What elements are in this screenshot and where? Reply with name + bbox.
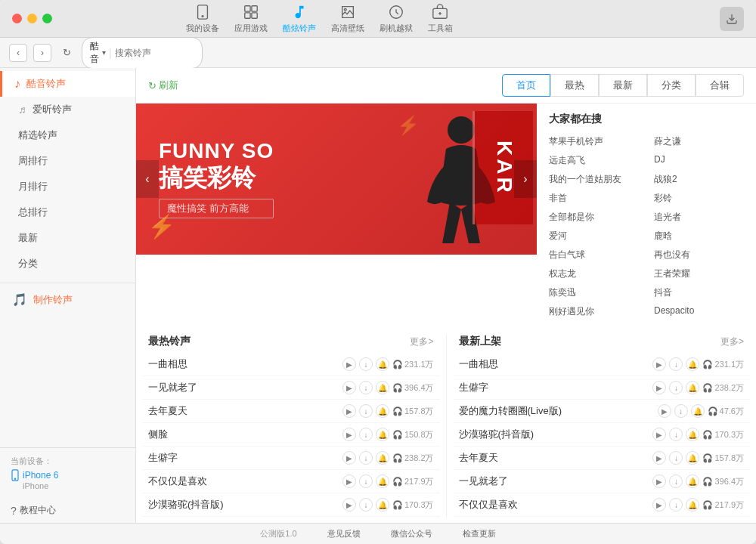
download-icon-5[interactable]: ↓: [359, 474, 373, 488]
dropdown-arrow-icon[interactable]: ▾: [102, 48, 106, 57]
sidebar-item-jingxuan[interactable]: 精选铃声: [0, 122, 135, 148]
new-play-icon-4[interactable]: ▶: [652, 451, 666, 465]
trending-item-7[interactable]: 彩铃: [654, 190, 744, 206]
download-icon-3[interactable]: ↓: [359, 428, 373, 441]
new-download-icon-5[interactable]: ↓: [669, 474, 683, 488]
new-bell-icon-2[interactable]: 🔔: [691, 404, 705, 418]
trending-item-9[interactable]: 追光者: [654, 209, 744, 225]
new-bell-icon-3[interactable]: 🔔: [686, 428, 699, 441]
new-bell-icon-0[interactable]: 🔔: [686, 357, 699, 371]
back-button[interactable]: ‹: [9, 44, 27, 62]
new-play-icon-3[interactable]: ▶: [652, 428, 666, 441]
minimize-button[interactable]: [27, 14, 37, 23]
new-download-icon-0[interactable]: ↓: [669, 357, 683, 371]
sidebar-item-zuixin[interactable]: 最新: [0, 225, 135, 251]
sidebar-make-ringtone[interactable]: 🎵 制作铃声: [0, 286, 135, 313]
download-icon-0[interactable]: ↓: [359, 357, 373, 371]
play-icon-0[interactable]: ▶: [342, 357, 356, 371]
new-bell-icon-1[interactable]: 🔔: [686, 381, 699, 394]
download-icon-1[interactable]: ↓: [359, 381, 373, 394]
banner-next-button[interactable]: ›: [514, 160, 537, 198]
sidebar-item-kuyin[interactable]: ♪ 酷音铃声: [0, 71, 135, 97]
new-play-icon-6[interactable]: ▶: [652, 498, 666, 512]
trending-item-10[interactable]: 爱河: [549, 228, 639, 244]
search-bar[interactable]: 酷音 ▾ |: [82, 37, 203, 69]
nav-ringtone[interactable]: 酷炫铃声: [283, 4, 316, 34]
sidebar-item-fenlei[interactable]: 分类: [0, 251, 135, 277]
maximize-button[interactable]: [42, 14, 52, 23]
trending-item-12[interactable]: 告白气球: [549, 247, 639, 263]
tab-new[interactable]: 最新: [599, 74, 647, 97]
forward-button[interactable]: ›: [33, 44, 51, 62]
new-download-icon-6[interactable]: ↓: [669, 498, 683, 512]
trending-item-16[interactable]: 陈奕迅: [549, 285, 639, 301]
sidebar-item-zong[interactable]: 总排行: [0, 199, 135, 225]
new-download-icon-2[interactable]: ↓: [674, 404, 688, 418]
trending-item-0[interactable]: 苹果手机铃声: [549, 134, 639, 150]
refresh-link[interactable]: ↻ 刷新: [148, 79, 178, 92]
toolbar-refresh-button[interactable]: ↻: [57, 44, 76, 62]
trending-item-3[interactable]: DJ: [654, 153, 744, 168]
new-songs-more[interactable]: 更多>: [720, 335, 744, 348]
new-play-icon-0[interactable]: ▶: [652, 357, 666, 371]
tab-hot[interactable]: 最热: [550, 74, 599, 97]
close-button[interactable]: [12, 14, 22, 23]
trending-item-1[interactable]: 薛之谦: [654, 134, 744, 150]
new-bell-icon-6[interactable]: 🔔: [686, 498, 699, 512]
tab-home[interactable]: 首页: [502, 74, 550, 97]
new-download-icon-4[interactable]: ↓: [669, 451, 683, 465]
hot-songs-more[interactable]: 更多>: [410, 335, 433, 348]
new-play-icon-5[interactable]: ▶: [652, 474, 666, 488]
play-icon-1[interactable]: ▶: [342, 381, 356, 394]
bell-icon-0[interactable]: 🔔: [376, 357, 389, 371]
play-icon-3[interactable]: ▶: [342, 428, 356, 441]
new-play-icon-1[interactable]: ▶: [652, 381, 666, 394]
trending-item-15[interactable]: 王者荣耀: [654, 266, 744, 282]
download-icon-4[interactable]: ↓: [359, 451, 373, 465]
trending-item-19[interactable]: Despacito: [654, 304, 744, 320]
download-icon-2[interactable]: ↓: [359, 404, 373, 418]
trending-item-6[interactable]: 非首: [549, 190, 639, 206]
download-icon-6[interactable]: ↓: [359, 498, 373, 512]
sidebar-item-zhou[interactable]: 周排行: [0, 148, 135, 174]
bell-icon-1[interactable]: 🔔: [376, 381, 389, 394]
trending-item-5[interactable]: 战狼2: [654, 172, 744, 187]
download-button[interactable]: [720, 7, 744, 31]
tutorial-link[interactable]: ? 教程中心: [0, 498, 135, 523]
banner-prev-button[interactable]: ‹: [136, 160, 159, 198]
new-bell-icon-4[interactable]: 🔔: [686, 451, 699, 465]
trending-item-4[interactable]: 我的一个道姑朋友: [549, 172, 639, 187]
play-icon-2[interactable]: ▶: [342, 404, 356, 418]
nav-jailbreak[interactable]: 刷机越狱: [380, 4, 413, 34]
nav-my-device[interactable]: 我的设备: [186, 4, 219, 34]
trending-item-18[interactable]: 刚好遇见你: [549, 304, 639, 320]
new-play-icon-2[interactable]: ▶: [658, 404, 671, 418]
nav-toolbox[interactable]: 工具箱: [428, 4, 453, 34]
sidebar-item-yue[interactable]: 月排行: [0, 174, 135, 199]
play-icon-6[interactable]: ▶: [342, 498, 356, 512]
wechat-link[interactable]: 微信公众号: [391, 528, 432, 539]
trending-item-17[interactable]: 抖音: [654, 285, 744, 301]
bell-icon-4[interactable]: 🔔: [376, 451, 389, 465]
trending-item-8[interactable]: 全部都是你: [549, 209, 639, 225]
bell-icon-6[interactable]: 🔔: [376, 498, 389, 512]
trending-item-2[interactable]: 远走高飞: [549, 153, 639, 168]
play-icon-5[interactable]: ▶: [342, 474, 356, 488]
new-bell-icon-5[interactable]: 🔔: [686, 474, 699, 488]
nav-app-games[interactable]: 应用游戏: [234, 4, 268, 34]
bell-icon-3[interactable]: 🔔: [376, 428, 389, 441]
sidebar-item-aixin[interactable]: ♬ 爱昕铃声: [0, 97, 135, 122]
tab-category[interactable]: 分类: [647, 74, 696, 97]
trending-item-13[interactable]: 再也没有: [654, 247, 744, 263]
bell-icon-2[interactable]: 🔔: [376, 404, 389, 418]
play-icon-4[interactable]: ▶: [342, 451, 356, 465]
check-update-link[interactable]: 检查更新: [463, 528, 496, 539]
nav-wallpaper[interactable]: 高清壁纸: [331, 4, 364, 34]
search-input[interactable]: [115, 48, 206, 58]
trending-item-11[interactable]: 鹿晗: [654, 228, 744, 244]
tab-mix[interactable]: 合辑: [696, 74, 744, 97]
feedback-link[interactable]: 意见反馈: [327, 528, 361, 539]
trending-item-14[interactable]: 权志龙: [549, 266, 639, 282]
new-download-icon-3[interactable]: ↓: [669, 428, 683, 441]
new-download-icon-1[interactable]: ↓: [669, 381, 683, 394]
